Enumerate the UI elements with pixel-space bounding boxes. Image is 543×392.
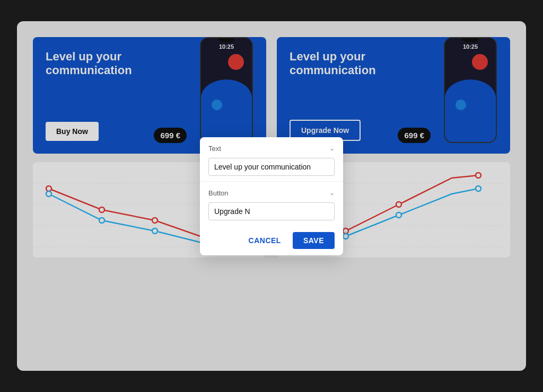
text-section: Text ⌄ [200, 137, 343, 182]
text-input[interactable] [208, 158, 335, 176]
text-section-label: Text [208, 145, 221, 153]
main-container: Level up your communication Buy Now 699 … [17, 21, 526, 371]
text-section-header: Text ⌄ [208, 145, 335, 153]
save-button[interactable]: SAVE [293, 232, 335, 249]
button-section-header: Button ⌄ [208, 189, 335, 197]
button-chevron-icon: ⌄ [329, 189, 335, 197]
cancel-button[interactable]: CANCEL [242, 232, 287, 249]
edit-modal: Text ⌄ Button ⌄ CANCEL SAVE [200, 137, 343, 255]
button-input[interactable] [208, 202, 335, 220]
text-chevron-icon: ⌄ [329, 145, 335, 152]
modal-overlay: Text ⌄ Button ⌄ CANCEL SAVE [17, 21, 526, 371]
modal-footer: CANCEL SAVE [200, 226, 343, 255]
button-section-label: Button [208, 189, 229, 197]
button-section: Button ⌄ [200, 182, 343, 226]
